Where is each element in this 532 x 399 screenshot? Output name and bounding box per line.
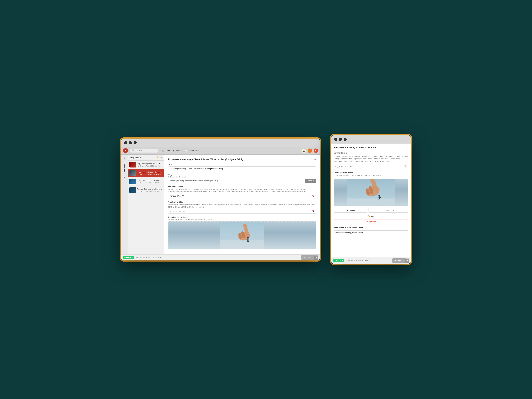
published-until-field-group: Veröffentlicht bis Datum an dem der Beit… [168, 201, 316, 214]
updated-text: Updated Aug 25, 2020, 11:23 PM [136, 257, 159, 258]
panel-publish-label: Publish [397, 260, 403, 262]
publish-button[interactable]: ⬆ Publish [301, 255, 314, 260]
article-title-1: Top Learnings aus der CORONA K... [137, 163, 162, 165]
generate-button[interactable]: Generate [305, 179, 316, 183]
toolbar-actions: 🔔 ? D [301, 149, 318, 153]
article-item[interactable]: Top Learnings aus der CORONA K... von Do… [128, 161, 164, 169]
svg-point-18 [379, 195, 380, 196]
right-tl-close[interactable] [334, 138, 337, 141]
profile-btn[interactable]: D [314, 149, 318, 153]
article-item-4[interactable]: Warum Software- und Digitalisierun... vo… [128, 186, 164, 194]
upload-button[interactable]: ⬆ Upload [334, 208, 367, 213]
panel-chevron-icon: ▾ [370, 260, 370, 262]
edit-label: Edit [371, 215, 374, 217]
main-window-border: S 🔍 ⊞ Desk 🖼 Media 📊 Dashboard [120, 137, 321, 262]
panel-header: Prozessoptimierung – Diese Schritte führ… [334, 146, 408, 149]
traffic-light-maximize[interactable] [133, 141, 137, 144]
panel-publish-button[interactable]: ⬆ Publish [392, 258, 405, 263]
panel-hand-svg [334, 179, 408, 206]
panel-publish-icon: ⬆ [395, 260, 396, 262]
article-title-4: Warum Software- und Digitalisierun... [137, 188, 162, 190]
right-panel-border: Prozessoptimierung – Diese Schritte führ… [330, 134, 412, 265]
select-from-button[interactable]: Select from ▾ [368, 208, 408, 213]
panel-published-until-desc: Datum an dem der Beitrag wieder verschwi… [334, 155, 408, 163]
right-tl-maximize[interactable] [344, 138, 347, 141]
publish-dropdown-button[interactable]: ▾ [314, 255, 318, 260]
media-icon: 🖼 [173, 150, 175, 152]
sidebar-tab-kurz[interactable]: Kurzbeschreibung [123, 163, 126, 179]
main-image-area [168, 221, 316, 249]
published-from-input[interactable] [168, 194, 310, 198]
nav-media[interactable]: 🖼 Media [173, 150, 182, 152]
main-image-desc: Das ist das Bild für den Teaser und die … [168, 219, 316, 220]
article-date-3: von Do., 14. Mai 2020 um 06:00 [137, 182, 162, 184]
edit-image-button[interactable]: ✏️ Edit [334, 214, 408, 218]
edit-icon[interactable]: ✏️ [157, 156, 159, 159]
add-icon[interactable]: + [160, 156, 162, 159]
article-date-4: von So., 2. Juni 2019 um 06:00 [137, 190, 162, 192]
svg-line-10 [247, 241, 247, 242]
alt-text-input[interactable] [334, 230, 408, 235]
slug-sublabel: Sichtbarer Link des Artikels [168, 176, 316, 178]
dashboard-icon: 📊 [185, 150, 188, 152]
title-input[interactable] [168, 166, 316, 171]
svg-rect-7 [247, 239, 248, 241]
published-badge: PUBLISHED [123, 256, 134, 259]
slug-field-group: Slug Sichtbarer Link des Artikels Genera… [168, 173, 316, 183]
right-tl-minimize[interactable] [339, 138, 342, 141]
search-box[interactable]: 🔍 [130, 149, 158, 153]
panel-image-area [334, 179, 408, 206]
nav-dashboard[interactable]: 📊 Dashboard [185, 150, 198, 152]
svg-point-6 [247, 237, 249, 238]
notification-btn[interactable]: 🔔 [301, 149, 306, 153]
upload-label: Upload [349, 209, 355, 211]
article-thumb-2 [129, 171, 136, 176]
search-input[interactable] [135, 150, 155, 152]
upload-icon: ⬆ [347, 209, 348, 211]
traffic-light-close[interactable] [124, 141, 127, 144]
editor-page-title: Prozessoptimierung – Diese Schritte führ… [168, 158, 243, 161]
panel-calendar-icon: 📅 [403, 165, 408, 168]
edit-icon: ✏️ [368, 215, 370, 217]
publish-icon: ⬆ [304, 256, 305, 259]
traffic-light-minimize[interactable] [129, 141, 132, 144]
nav-desk[interactable]: ⊞ Desk [162, 150, 170, 152]
article-date-1: von Do., 24. August 2020 um 06:00 [137, 165, 162, 167]
panel-date-input[interactable] [334, 164, 403, 169]
user-badge[interactable]: ? [308, 149, 312, 153]
article-list-title: Blog Artikel [130, 156, 141, 159]
article-thumb-4 [129, 187, 136, 193]
article-info-2: Prozessoptimierung – Diese Schritt... vo… [137, 171, 162, 175]
panel-publish-dropdown[interactable]: ▾ [405, 259, 409, 263]
chevron-down-icon: ▾ [160, 257, 161, 259]
editor-header: Prozessoptimierung – Diese Schritte führ… [168, 158, 316, 161]
slug-input[interactable] [168, 179, 304, 183]
panel-menu-icon[interactable]: ⋯ [406, 146, 408, 149]
desk-icon: ⊞ [162, 150, 164, 152]
image-actions: ⬆ Upload Select from ▾ [334, 208, 408, 213]
panel-bottom-bar: PUBLISHED Updated Aug 25, 2020, 11:23 PM… [331, 257, 411, 264]
hand-scene [168, 222, 316, 249]
panel-hand-scene [334, 179, 408, 206]
published-until-label: Veröffentlicht bis [168, 201, 316, 203]
main-window: S 🔍 ⊞ Desk 🖼 Media 📊 Dashboard [121, 139, 320, 260]
right-panel-window: Prozessoptimierung – Diese Schritte führ… [331, 135, 411, 264]
panel-title: Prozessoptimierung – Diese Schritte führ… [334, 146, 406, 149]
article-thumb-1 [129, 162, 136, 167]
select-label: Select from [383, 209, 392, 211]
publish-btn-group: ⬆ Publish ▾ [301, 255, 318, 260]
panel-main-image-group: Hauptbild des Artikels Das ist das Bild … [334, 171, 408, 235]
content-area: Inhalt Kurzbeschreibung Blog Artikel ✏️ … [121, 155, 320, 254]
article-list-icons: ✏️ + [157, 156, 162, 159]
published-from-label: Veröffentlicht von [168, 185, 316, 188]
svg-line-11 [248, 241, 249, 242]
sidebar-tab-inhalt[interactable]: Inhalt [123, 156, 126, 163]
article-item-3[interactable]: In drei Schritten zu strukturierten... v… [128, 177, 164, 186]
panel-publish-btn-group: ⬆ Publish ▾ [392, 258, 409, 263]
article-item-active[interactable]: Prozessoptimierung – Diese Schritt... vo… [128, 169, 164, 177]
svg-rect-1 [220, 240, 264, 249]
article-date-2: von Do., 13. August 2020 um 06:00 [137, 174, 162, 175]
more-icon[interactable]: ⋯ [313, 158, 316, 161]
remove-image-button[interactable]: 🗑 Remove [334, 219, 408, 224]
article-info-4: Warum Software- und Digitalisierun... vo… [137, 188, 162, 192]
